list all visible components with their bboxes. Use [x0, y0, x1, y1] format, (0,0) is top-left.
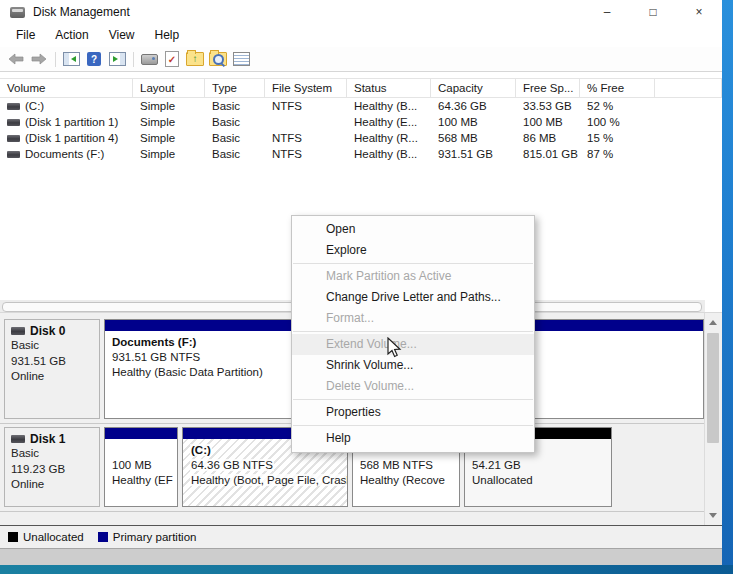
column-header-free-space[interactable]: Free Sp...: [516, 79, 580, 97]
unallocated-swatch: [8, 532, 18, 542]
volume-row-disk1-partition1[interactable]: (Disk 1 partition 1) Simple Basic Health…: [0, 114, 722, 130]
disk-icon: [11, 435, 25, 443]
show-action-pane-icon[interactable]: [106, 49, 128, 69]
menu-file[interactable]: File: [6, 24, 45, 47]
volume-icon: [7, 103, 20, 110]
context-menu: Open Explore Mark Partition as Active Ch…: [291, 215, 535, 453]
menu-item-open[interactable]: Open: [292, 219, 534, 240]
menu-item-delete-volume: Delete Volume...: [292, 376, 534, 397]
column-header-filler: [655, 79, 722, 97]
volume-row-c[interactable]: (C:) Simple Basic NTFS Healthy (B... 64.…: [0, 98, 722, 114]
vertical-scrollbar-thumb[interactable]: [707, 333, 719, 443]
desktop-background-bottom: [0, 565, 733, 574]
column-header-file-system[interactable]: File System: [265, 79, 347, 97]
volume-row-disk1-partition4[interactable]: (Disk 1 partition 4) Simple Basic NTFS H…: [0, 130, 722, 146]
menu-item-explore[interactable]: Explore: [292, 240, 534, 261]
column-header-status[interactable]: Status: [347, 79, 431, 97]
menu-item-properties[interactable]: Properties: [292, 402, 534, 423]
disk0-label-box[interactable]: Disk 0 Basic 931.51 GB Online: [4, 319, 100, 419]
menu-help[interactable]: Help: [145, 24, 190, 47]
menu-separator: [293, 399, 533, 400]
window-controls: – □ ×: [584, 0, 722, 24]
column-header-type[interactable]: Type: [205, 79, 265, 97]
status-strip: [0, 548, 722, 565]
disk-icon: [11, 327, 25, 335]
details-view-icon[interactable]: [230, 49, 252, 69]
legend-bar: Unallocated Primary partition: [0, 526, 722, 548]
volume-icon: [7, 119, 20, 126]
column-header-volume[interactable]: Volume: [0, 79, 133, 97]
scroll-up-icon[interactable]: [705, 315, 721, 330]
column-header-layout[interactable]: Layout: [133, 79, 205, 97]
menu-item-change-drive-letter[interactable]: Change Drive Letter and Paths...: [292, 287, 534, 308]
toolbar-separator: [133, 52, 134, 67]
volume-table-header: Volume Layout Type File System Status Ca…: [0, 78, 722, 98]
menu-item-extend-volume: Extend Volume...: [292, 334, 534, 355]
folder-up-icon[interactable]: ↑: [184, 49, 206, 69]
menu-item-shrink-volume[interactable]: Shrink Volume...: [292, 355, 534, 376]
maximize-button[interactable]: □: [630, 0, 676, 24]
mouse-cursor: [386, 337, 404, 363]
column-header-capacity[interactable]: Capacity: [431, 79, 516, 97]
volume-icon: [7, 151, 20, 158]
help-icon[interactable]: ?: [83, 49, 105, 69]
menu-separator: [293, 331, 533, 332]
device-icon[interactable]: [138, 49, 160, 69]
back-icon[interactable]: [5, 49, 27, 69]
folder-search-icon[interactable]: [207, 49, 229, 69]
menu-separator: [293, 263, 533, 264]
volume-list-pane: Volume Layout Type File System Status Ca…: [0, 78, 722, 162]
scroll-down-icon[interactable]: [705, 508, 721, 523]
disk1-label-box[interactable]: Disk 1 Basic 119.23 GB Online: [4, 427, 100, 507]
primary-partition-bar: [105, 428, 177, 439]
minimize-button[interactable]: –: [584, 0, 630, 24]
disk1-status: Online: [11, 477, 99, 493]
menu-view[interactable]: View: [99, 24, 145, 47]
disk1-size: 119.23 GB: [11, 462, 99, 478]
menu-action[interactable]: Action: [45, 24, 98, 47]
vertical-scrollbar[interactable]: [704, 313, 721, 525]
title-bar: Disk Management – □ ×: [0, 0, 722, 24]
menu-item-help[interactable]: Help: [292, 428, 534, 449]
show-console-tree-icon[interactable]: [60, 49, 82, 69]
menu-separator: [293, 425, 533, 426]
disk0-size: 931.51 GB: [11, 354, 99, 370]
check-document-icon[interactable]: ✓: [161, 49, 183, 69]
window-title: Disk Management: [33, 5, 130, 19]
disk1-type: Basic: [11, 446, 99, 462]
disk0-type: Basic: [11, 338, 99, 354]
toolbar-separator: [55, 52, 56, 67]
primary-partition-swatch: [98, 532, 108, 542]
disk0-status: Online: [11, 369, 99, 385]
menu-item-format: Format...: [292, 308, 534, 329]
partition-efi-100mb[interactable]: 100 MB Healthy (EF: [104, 427, 178, 507]
app-icon: [10, 7, 25, 18]
volume-icon: [7, 135, 20, 142]
column-header-percent-free[interactable]: % Free: [580, 79, 655, 97]
close-button[interactable]: ×: [676, 0, 722, 24]
menu-bar: File Action View Help: [0, 24, 722, 47]
toolbar: ? ✓ ↑: [0, 47, 722, 72]
legend-primary-label: Primary partition: [113, 531, 197, 543]
legend-unallocated-label: Unallocated: [23, 531, 84, 543]
desktop-background-right: [722, 0, 733, 565]
menu-item-mark-partition-active: Mark Partition as Active: [292, 266, 534, 287]
forward-icon[interactable]: [28, 49, 50, 69]
volume-row-documents-f[interactable]: Documents (F:) Simple Basic NTFS Healthy…: [0, 146, 722, 162]
